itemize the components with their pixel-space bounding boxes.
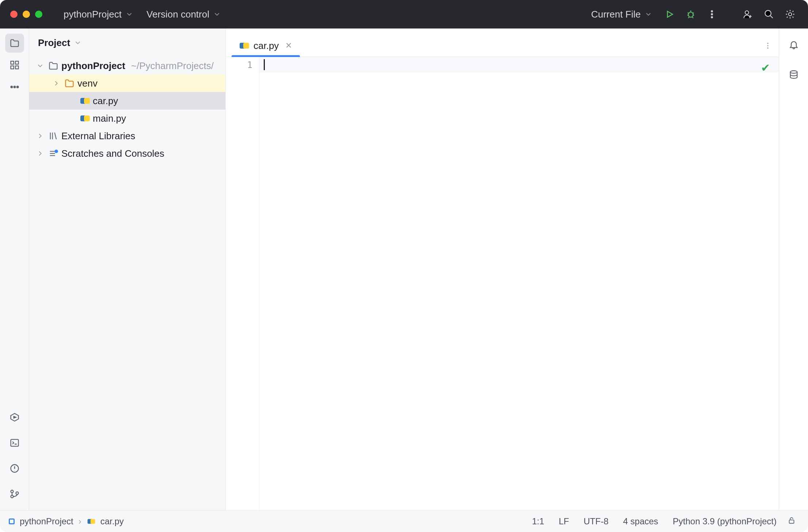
tree-node-car-py[interactable]: car.py [29, 92, 225, 110]
notifications-tool-button[interactable] [784, 35, 803, 54]
left-tool-stripe [0, 28, 29, 510]
project-selector-label: pythonProject [64, 9, 122, 20]
statusbar: pythonProject › car.py 1:1 LF UTF-8 4 sp… [0, 510, 808, 532]
more-tool-windows-button[interactable] [5, 77, 24, 96]
library-icon [48, 131, 58, 141]
sidebar-title: Project [38, 37, 70, 49]
debug-button[interactable] [680, 0, 701, 28]
python-interpreter[interactable]: Python 3.9 (pythonProject) [666, 516, 784, 527]
database-tool-button[interactable] [784, 65, 803, 84]
terminal-icon [9, 438, 20, 448]
warning-circle-icon [9, 463, 20, 474]
chevron-down-icon [36, 62, 44, 70]
tree-node-label: car.py [93, 95, 118, 107]
python-file-icon [240, 41, 249, 50]
problems-tool-button[interactable] [5, 459, 24, 478]
svg-point-16 [11, 490, 13, 493]
terminal-tool-button[interactable] [5, 433, 24, 452]
svg-point-3 [711, 16, 713, 18]
project-sidebar-header[interactable]: Project [29, 28, 225, 57]
user-plus-icon [743, 9, 753, 19]
version-control-tool-button[interactable] [5, 484, 24, 503]
search-icon [764, 9, 774, 19]
run-button[interactable] [659, 0, 680, 28]
minimize-window-button[interactable] [23, 11, 30, 18]
services-tool-button[interactable] [5, 408, 24, 427]
close-tab-button[interactable]: ✕ [285, 41, 292, 50]
vcs-selector[interactable]: Version control [140, 0, 228, 28]
svg-rect-9 [11, 66, 14, 69]
breadcrumb-project[interactable]: pythonProject [20, 516, 73, 527]
cursor-position[interactable]: 1:1 [525, 516, 551, 527]
python-file-icon [80, 114, 90, 123]
svg-point-23 [790, 71, 797, 73]
indent-settings[interactable]: 4 spaces [616, 516, 666, 527]
navigation-breadcrumb: pythonProject › car.py [9, 516, 124, 527]
svg-point-21 [767, 45, 769, 46]
run-config-label: Current File [591, 9, 641, 20]
python-file-icon [80, 96, 90, 106]
svg-point-17 [11, 495, 13, 498]
svg-rect-7 [11, 61, 14, 64]
svg-point-19 [55, 150, 58, 153]
editor-tabs: car.py ✕ [226, 28, 779, 57]
chevron-right-icon [36, 132, 44, 140]
svg-rect-8 [15, 61, 18, 64]
chevron-down-icon [213, 10, 221, 18]
read-only-toggle[interactable] [784, 516, 799, 527]
lock-open-icon [788, 516, 796, 524]
structure-icon [9, 60, 20, 70]
svg-point-6 [789, 13, 792, 16]
run-config-selector[interactable]: Current File [584, 0, 659, 28]
scratches-icon [48, 148, 58, 159]
inspection-ok-icon[interactable]: ✔ [761, 61, 770, 74]
editor-tab-label: car.py [254, 40, 279, 52]
settings-button[interactable] [780, 0, 801, 28]
git-branch-icon [9, 489, 20, 499]
tree-node-label: venv [77, 78, 98, 89]
editor-body[interactable]: 1 ✔ [226, 57, 779, 510]
play-icon [664, 9, 675, 19]
tree-node-label: External Libraries [61, 130, 135, 142]
editor-tab-car-py[interactable]: car.py ✕ [232, 35, 300, 57]
maximize-window-button[interactable] [35, 11, 42, 18]
line-separator[interactable]: LF [552, 516, 576, 527]
search-everywhere-button[interactable] [758, 0, 780, 28]
project-selector[interactable]: pythonProject [57, 0, 140, 28]
gear-icon [785, 9, 795, 19]
svg-point-13 [16, 86, 18, 88]
code-surface[interactable]: ✔ [259, 57, 779, 510]
project-sidebar: Project pythonProject ~/PycharmProjects/… [29, 28, 226, 510]
file-encoding[interactable]: UTF-8 [576, 516, 616, 527]
tree-node-venv[interactable]: venv [29, 75, 225, 92]
window-traffic-lights [10, 11, 42, 18]
right-tool-stripe [779, 28, 808, 510]
svg-point-5 [765, 11, 771, 16]
tree-node-scratches[interactable]: Scratches and Consoles [29, 145, 225, 162]
more-actions-button[interactable] [701, 0, 723, 28]
tree-node-main-py[interactable]: main.py [29, 110, 225, 127]
chevron-right-icon [52, 79, 60, 87]
tree-node-label: Scratches and Consoles [61, 148, 164, 159]
tree-node-label: main.py [93, 113, 126, 124]
tree-node-external-libraries[interactable]: External Libraries [29, 127, 225, 145]
chevron-down-icon [644, 10, 652, 18]
tree-node-project-root[interactable]: pythonProject ~/PycharmProjects/ [29, 57, 225, 75]
svg-point-18 [16, 492, 18, 494]
structure-tool-button[interactable] [5, 56, 24, 75]
kebab-icon [707, 9, 717, 19]
editor-tabs-menu[interactable] [757, 35, 779, 57]
breadcrumb-file[interactable]: car.py [87, 516, 124, 527]
svg-rect-10 [15, 66, 18, 69]
breadcrumb-separator: › [79, 516, 81, 527]
code-with-me-button[interactable] [737, 0, 758, 28]
text-caret [264, 59, 265, 70]
titlebar: pythonProject Version control Current Fi… [0, 0, 808, 28]
svg-point-12 [14, 86, 15, 88]
code-line[interactable] [259, 57, 779, 72]
vcs-selector-label: Version control [146, 9, 209, 20]
svg-point-11 [11, 86, 12, 88]
svg-point-1 [711, 11, 713, 12]
project-tool-button[interactable] [5, 34, 24, 53]
close-window-button[interactable] [10, 11, 18, 18]
